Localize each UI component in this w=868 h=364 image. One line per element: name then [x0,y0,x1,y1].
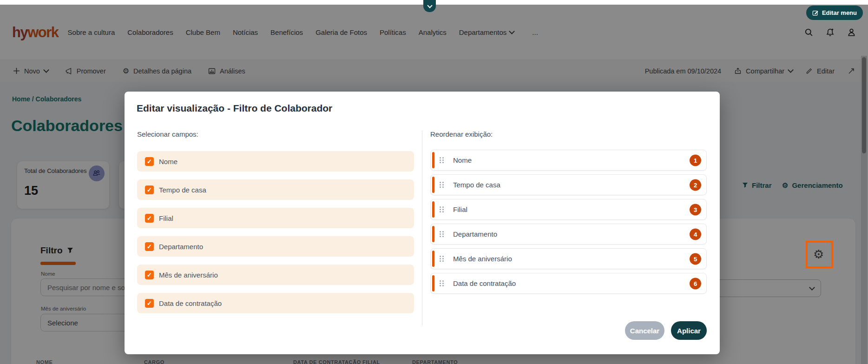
checkbox-checked-icon[interactable] [145,185,154,194]
order-badge: 6 [690,278,701,289]
checkbox-checked-icon[interactable] [145,299,154,308]
field-label: Nome [159,158,178,165]
edit-view-modal: Editar visualização - Filtro de Colabora… [125,92,720,354]
field-label: Data de contratação [159,299,222,307]
field-checkbox-row[interactable]: Departamento [137,236,414,257]
field-checkbox-row[interactable]: Filial [137,208,414,228]
order-badge: 2 [690,179,701,191]
reorder-card[interactable]: Nome 1 [430,150,707,171]
order-badge: 5 [690,253,701,265]
cancel-button[interactable]: Cancelar [625,321,664,340]
drag-handle-icon[interactable] [440,182,441,183]
select-fields-label: Selecionar campos: [137,130,198,138]
field-checkbox-row[interactable]: Mês de aniversário [137,265,414,285]
field-label: Departamento [159,243,203,251]
field-label: Mês de aniversário [159,271,218,279]
reorder-card[interactable]: Departamento 4 [430,224,707,245]
checkbox-checked-icon[interactable] [145,271,154,279]
checkbox-checked-icon[interactable] [145,214,154,223]
screen: hywork Sobre a culturaColaboradoresClube… [0,0,868,364]
reorder-card[interactable]: Data de contratação 6 [430,273,707,294]
apply-button[interactable]: Aplicar [671,321,707,340]
field-label: Filial [159,214,173,222]
drag-handle-icon[interactable] [440,206,441,208]
reorder-label-heading: Reordenar exibição: [430,130,493,138]
field-checkbox-list: Nome Tempo de casa Filial Departamento [137,151,414,313]
reorder-card[interactable]: Mês de aniversário 5 [430,248,707,269]
modal-title: Editar visualização - Filtro de Colabora… [137,103,332,114]
pencil-square-icon [812,10,819,16]
gear-highlight-callout [806,241,833,268]
reorder-item-label: Nome [453,156,472,164]
drag-handle-icon[interactable] [440,256,441,257]
field-checkbox-row[interactable]: Tempo de casa [137,179,414,200]
edit-menu-button[interactable]: Editar menu [806,6,863,20]
reorder-item-label: Tempo de casa [453,181,500,189]
column-divider [422,131,422,326]
collapse-header-tab[interactable] [423,0,436,12]
drag-handle-icon[interactable] [440,231,441,232]
reorder-item-label: Filial [453,205,467,213]
reorder-card[interactable]: Filial 3 [430,199,707,220]
order-badge: 3 [690,204,701,215]
reorder-item-label: Mês de aniversário [453,255,512,263]
field-checkbox-row[interactable]: Nome [137,151,414,172]
reorder-card[interactable]: Tempo de casa 2 [430,174,707,195]
checkbox-checked-icon[interactable] [145,242,154,251]
chevron-down-icon [427,3,432,8]
reorder-item-label: Departamento [453,230,497,238]
field-checkbox-row[interactable]: Data de contratação [137,293,414,313]
reorder-list: Nome 1 Tempo de casa 2 Filial 3 [430,150,707,294]
order-badge: 4 [690,228,701,240]
drag-handle-icon[interactable] [440,280,441,282]
reorder-item-label: Data de contratação [453,279,516,287]
drag-handle-icon[interactable] [440,157,441,159]
order-badge: 1 [690,154,701,166]
field-label: Tempo de casa [159,186,206,194]
checkbox-checked-icon[interactable] [145,157,154,166]
